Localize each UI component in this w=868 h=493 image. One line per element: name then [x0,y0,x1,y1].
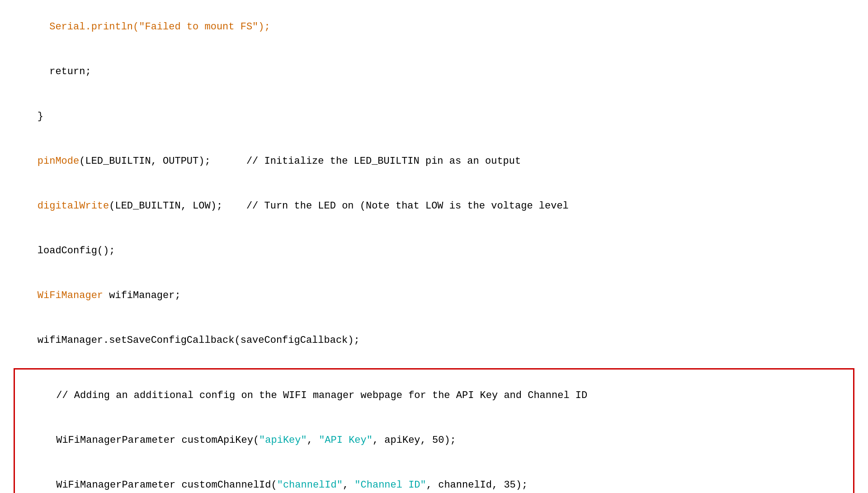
code-text: return; [38,66,91,77]
code-text: ); [258,21,270,33]
code-text: , apiKey, 50); [373,435,456,446]
code-text: digitalWrite [38,200,109,212]
code-line: WiFiManagerParameter customChannelId("ch… [20,463,848,493]
code-line: loadConfig(); [14,228,854,273]
code-text: WiFiManager [38,290,103,301]
code-text: WiFiManagerParameter customApiKey( [56,435,259,446]
code-text: , [307,435,319,446]
code-line: wifiManager.setSaveConfigCallback(saveCo… [14,318,854,363]
code-text: // Adding an additional config on the WI… [56,390,587,401]
code-line: Serial.println("Failed to mount FS"); [14,5,854,49]
code-text: wifiManager; [103,290,181,301]
code-text: , channelId, 35); [426,479,528,491]
code-text: loadConfig(); [38,245,115,256]
code-text: "Channel ID" [354,479,426,491]
code-line: WiFiManager wifiManager; [14,273,854,318]
code-text: } [38,111,43,122]
highlighted-code-block: // Adding an additional config on the WI… [14,368,854,493]
code-text: , [343,479,354,491]
code-text: WiFiManagerParameter customChannelId( [56,479,277,491]
code-text: wifiManager.setSaveConfigCallback(saveCo… [38,335,360,346]
code-text: Serial.println( [38,21,139,33]
code-text: "API Key" [319,435,373,446]
code-line: digitalWrite(LED_BUILTIN, LOW); // Turn … [14,184,854,228]
code-line: return; [14,49,854,94]
code-text: "channelId" [277,479,343,491]
code-line: pinMode(LED_BUILTIN, OUTPUT); // Initial… [14,139,854,184]
code-text: "Failed to mount FS" [139,21,258,33]
code-line: } [14,94,854,139]
code-line: // Adding an additional config on the WI… [20,373,848,418]
code-text: (LED_BUILTIN, OUTPUT); // Initialize the… [79,156,521,167]
code-text: pinMode [38,156,79,167]
code-text: "apiKey" [259,435,307,446]
code-text: (LED_BUILTIN, LOW); // Turn the LED on (… [109,200,569,212]
code-line: WiFiManagerParameter customApiKey("apiKe… [20,418,848,463]
code-viewer: Serial.println("Failed to mount FS"); re… [14,5,854,493]
